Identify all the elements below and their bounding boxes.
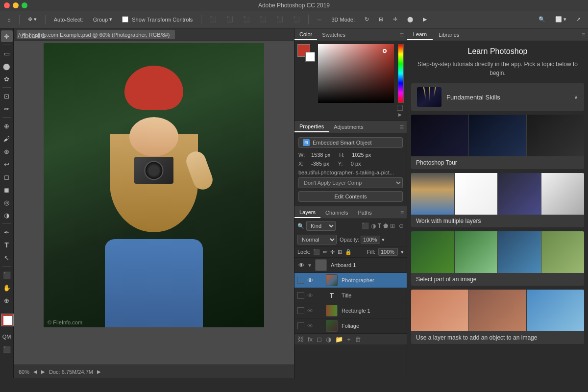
lock-transparent-icon[interactable]: ⬛ (313, 249, 320, 255)
eyedropper-tool[interactable]: ✏ (1, 103, 13, 115)
align-bottom-btn[interactable]: ⬛ (290, 15, 303, 24)
text-tool[interactable]: T (1, 239, 13, 251)
properties-menu[interactable]: ≡ (397, 123, 407, 131)
tab-paths[interactable]: Paths (353, 208, 377, 218)
3d-btn2[interactable]: ⊞ (375, 15, 387, 24)
opacity-input[interactable] (361, 236, 380, 244)
tab-adjustments[interactable]: Adjustments (329, 122, 368, 132)
color-panel-menu[interactable]: ≡ (397, 31, 407, 39)
hue-slider[interactable] (398, 44, 404, 103)
move-tool[interactable]: ✥ (1, 30, 13, 42)
pixel-filter-icon[interactable]: ⬛ (362, 222, 369, 229)
color-gradient-field[interactable] (318, 44, 394, 103)
opacity-arrow[interactable]: ▾ (382, 237, 385, 243)
pen-tool[interactable]: ✒ (1, 226, 13, 238)
shape-filter-icon[interactable]: ⬟ (383, 222, 388, 229)
layer-eye-foliage[interactable]: 👁 (306, 322, 314, 330)
fg-bg-indicator[interactable] (297, 44, 315, 62)
align-right-btn[interactable]: ⬛ (240, 15, 253, 24)
layer-eye-artboard1[interactable]: 👁 (297, 262, 305, 269)
layer-effects-icon[interactable]: fx (308, 336, 313, 343)
align-center-btn[interactable]: ⬛ (223, 15, 237, 24)
lock-position-icon[interactable]: ✛ (330, 249, 335, 255)
smart-filter-icon[interactable]: ⊞ (390, 222, 395, 229)
search-button[interactable]: 🔍 (535, 15, 549, 24)
3d-btn3[interactable]: ✛ (390, 15, 401, 24)
align-middle-btn[interactable]: ⬛ (273, 15, 287, 24)
path-selection-tool[interactable]: ↖ (1, 252, 13, 264)
tab-libraries[interactable]: Libraries (433, 30, 465, 40)
tutorial-photoshop-tour[interactable]: Photoshop Tour (411, 115, 584, 169)
adjustment-filter-icon[interactable]: ◑ (371, 222, 376, 229)
layer-comp-select[interactable]: Don't Apply Layer Comp (298, 177, 403, 188)
transform-controls-checkbox[interactable]: Show Transform Controls (119, 15, 196, 24)
zoom-tool[interactable]: ⊕ (1, 294, 13, 306)
add-layer-icon[interactable]: + (347, 336, 351, 343)
brush-tool[interactable]: 🖌 (1, 133, 13, 145)
eraser-tool[interactable]: ◻ (1, 171, 13, 183)
maximize-button[interactable] (22, 2, 27, 8)
foreground-background-colors[interactable] (1, 314, 13, 325)
opacity-strip[interactable] (397, 105, 403, 111)
learn-panel-menu[interactable]: ≡ (579, 31, 588, 38)
more-btn[interactable]: ··· (314, 15, 325, 24)
layer-checkbox-rect1[interactable] (297, 307, 304, 314)
link-layers-icon[interactable]: ⛓ (297, 336, 304, 343)
align-left-btn[interactable]: ⬛ (206, 15, 220, 24)
rectangular-marquee-tool[interactable]: ▭ (1, 48, 13, 59)
lasso-tool[interactable]: ⬤ (1, 60, 13, 72)
lock-pixels-icon[interactable]: ✏ (323, 249, 327, 255)
layer-eye-title[interactable]: 👁 (306, 292, 314, 299)
add-adjustment-icon[interactable]: ◑ (326, 336, 331, 343)
group-dropdown[interactable]: Group ▾ (90, 15, 116, 24)
tab-channels[interactable]: Channels (320, 208, 353, 218)
layer-title[interactable]: 👁 T Title (294, 288, 407, 303)
screen-mode-btn[interactable]: ⬛ (1, 343, 13, 355)
tab-learn[interactable]: Learn (407, 29, 433, 40)
quick-selection-tool[interactable]: ✿ (1, 73, 13, 85)
healing-brush-tool[interactable]: ⊕ (1, 120, 13, 132)
lock-all-icon[interactable]: 🔒 (345, 249, 352, 255)
zoom-increase-btn[interactable]: ▶ (41, 369, 45, 374)
add-mask-icon[interactable]: ◻ (317, 336, 322, 343)
blend-mode-select[interactable]: Normal (297, 235, 337, 245)
layer-foliage[interactable]: 👁 Foliage (294, 318, 407, 334)
3d-btn5[interactable]: ▶ (419, 15, 430, 24)
minimize-button[interactable] (13, 2, 19, 8)
layer-checkbox-title[interactable] (297, 292, 304, 299)
fill-arrow[interactable]: ▾ (401, 249, 404, 255)
text-filter-icon[interactable]: T (378, 222, 381, 229)
align-top-btn[interactable]: ⬛ (256, 15, 270, 24)
tab-properties[interactable]: Properties (294, 122, 329, 132)
tab-color[interactable]: Color (294, 29, 317, 40)
history-brush-tool[interactable]: ↩ (1, 158, 13, 170)
blur-tool[interactable]: ◎ (1, 196, 13, 208)
3d-btn4[interactable]: ⬤ (404, 15, 416, 24)
zoom-decrease-btn[interactable]: ◀ (33, 369, 37, 374)
tutorial-select-part[interactable]: Select part of an image (411, 231, 584, 286)
layer-artboard1[interactable]: 👁 ▼ Artboard 1 (294, 258, 407, 273)
layer-photographer[interactable]: 👁 Photographer (294, 273, 407, 288)
layers-menu-btn[interactable]: ≡ (397, 209, 407, 216)
tutorial-layer-mask[interactable]: Use a layer mask to add an object to an … (411, 290, 584, 344)
delete-layer-icon[interactable]: 🗑 (355, 336, 361, 343)
crop-tool[interactable]: ⊡ (1, 90, 13, 102)
close-button[interactable] (4, 2, 10, 8)
tab-layers[interactable]: Layers (294, 207, 320, 218)
tutorial-multiple-layers[interactable]: Work with multiple layers (411, 173, 584, 227)
3d-rotate-btn[interactable]: ↻ (361, 15, 372, 24)
info-arrow-btn[interactable]: ▶ (97, 369, 101, 374)
layer-checkbox-foliage[interactable] (297, 322, 304, 329)
background-swatch[interactable] (305, 52, 315, 62)
dodge-tool[interactable]: ◑ (1, 209, 13, 221)
hand-tool[interactable]: ✋ (1, 282, 13, 294)
layer-eye-photographer[interactable]: 👁 (306, 277, 314, 284)
workspace-button[interactable]: ⬜ ▾ (552, 15, 570, 24)
edit-contents-button[interactable]: Edit Contents (298, 191, 403, 202)
layer-checkbox-photographer[interactable] (297, 277, 304, 284)
move-tool-button[interactable]: ✥ ▾ (24, 15, 40, 24)
share-button[interactable]: ↗ (573, 15, 584, 24)
home-button[interactable]: ⌂ (4, 15, 14, 24)
layer-eye-rect1[interactable]: 👁 (306, 307, 314, 315)
layer-expand-arrow[interactable]: ▼ (307, 263, 312, 268)
